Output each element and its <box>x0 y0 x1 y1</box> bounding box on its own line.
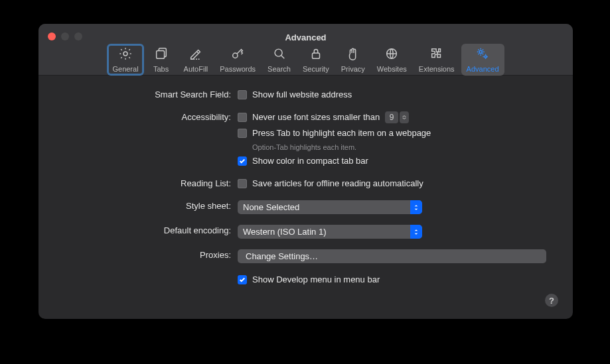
tab-label: Advanced <box>467 65 499 73</box>
smart-search-label: Smart Search Field: <box>65 89 238 99</box>
tab-label: General <box>112 65 138 73</box>
prefs-toolbar: General Tabs AutoFill Passwords <box>38 42 573 76</box>
style-sheet-label: Style sheet: <box>65 200 238 211</box>
key-icon <box>230 46 245 63</box>
min-font-checkbox[interactable] <box>238 113 247 122</box>
svg-rect-1 <box>156 50 164 58</box>
change-settings-label: Change Settings… <box>246 251 318 261</box>
tab-passwords[interactable]: Passwords <box>214 44 261 76</box>
tab-search[interactable]: Search <box>262 44 296 76</box>
svg-point-3 <box>275 49 282 56</box>
tab-general[interactable]: General <box>107 44 143 76</box>
help-glyph: ? <box>549 296 554 306</box>
style-sheet-value: None Selected <box>243 202 299 212</box>
tab-tabs[interactable]: Tabs <box>145 44 177 76</box>
show-full-address-checkbox[interactable] <box>238 90 247 99</box>
titlebar: Advanced General Tabs AutoFill <box>38 24 573 76</box>
tab-advanced[interactable]: Advanced <box>461 44 504 76</box>
window-title: Advanced <box>38 32 573 42</box>
min-font-stepper[interactable] <box>400 111 409 123</box>
tab-label: Extensions <box>419 65 455 73</box>
preferences-window: Advanced General Tabs AutoFill <box>38 24 573 319</box>
save-offline-label: Save articles for offline reading automa… <box>252 178 423 190</box>
search-icon <box>272 46 287 63</box>
tab-label: Passwords <box>220 65 256 73</box>
reading-list-label: Reading List: <box>65 178 238 188</box>
svg-point-2 <box>233 53 238 58</box>
color-compact-label: Show color in compact tab bar <box>252 155 368 167</box>
hand-icon <box>346 46 360 63</box>
color-compact-checkbox[interactable] <box>238 156 247 166</box>
puzzle-icon <box>429 46 444 63</box>
default-encoding-select[interactable]: Western (ISO Latin 1) <box>238 225 422 239</box>
svg-point-7 <box>485 56 487 58</box>
autofill-icon <box>189 46 203 63</box>
proxies-label: Proxies: <box>65 249 238 260</box>
gears-icon <box>475 46 490 63</box>
svg-rect-4 <box>312 53 319 58</box>
chevron-updown-icon <box>410 225 422 239</box>
globe-icon <box>384 46 399 63</box>
style-sheet-select[interactable]: None Selected <box>238 200 422 214</box>
default-encoding-value: Western (ISO Latin 1) <box>243 227 326 237</box>
tab-extensions[interactable]: Extensions <box>414 44 460 76</box>
save-offline-checkbox[interactable] <box>238 179 247 188</box>
tab-label: Privacy <box>341 65 365 73</box>
show-full-address-label: Show full website address <box>252 89 352 101</box>
tab-privacy[interactable]: Privacy <box>336 44 370 76</box>
content-area: Smart Search Field: Show full website ad… <box>38 76 573 319</box>
show-develop-label: Show Develop menu in menu bar <box>252 274 380 286</box>
tab-label: Tabs <box>153 65 169 73</box>
tab-autofill[interactable]: AutoFill <box>179 44 214 76</box>
press-tab-hint: Option-Tab highlights each item. <box>252 143 546 151</box>
tab-label: AutoFill <box>184 65 208 73</box>
svg-point-6 <box>479 50 482 53</box>
accessibility-label: Accessibility: <box>65 111 238 122</box>
min-font-value[interactable]: 9 <box>385 111 398 123</box>
svg-point-0 <box>123 52 127 56</box>
press-tab-checkbox[interactable] <box>238 129 247 138</box>
tabs-icon <box>154 46 169 63</box>
tab-websites[interactable]: Websites <box>372 44 412 76</box>
tab-label: Security <box>303 65 329 73</box>
tab-label: Websites <box>377 65 407 73</box>
change-settings-button[interactable]: Change Settings… <box>238 249 546 263</box>
show-develop-checkbox[interactable] <box>238 275 247 284</box>
tab-security[interactable]: Security <box>297 44 335 76</box>
lock-icon <box>309 46 323 63</box>
gear-icon <box>118 46 133 63</box>
chevron-updown-icon <box>410 200 422 214</box>
default-encoding-label: Default encoding: <box>65 225 238 235</box>
press-tab-label: Press Tab to highlight each item on a we… <box>252 127 431 139</box>
tab-label: Search <box>267 65 291 73</box>
min-font-label: Never use font sizes smaller than <box>252 111 380 123</box>
help-button[interactable]: ? <box>545 294 558 307</box>
